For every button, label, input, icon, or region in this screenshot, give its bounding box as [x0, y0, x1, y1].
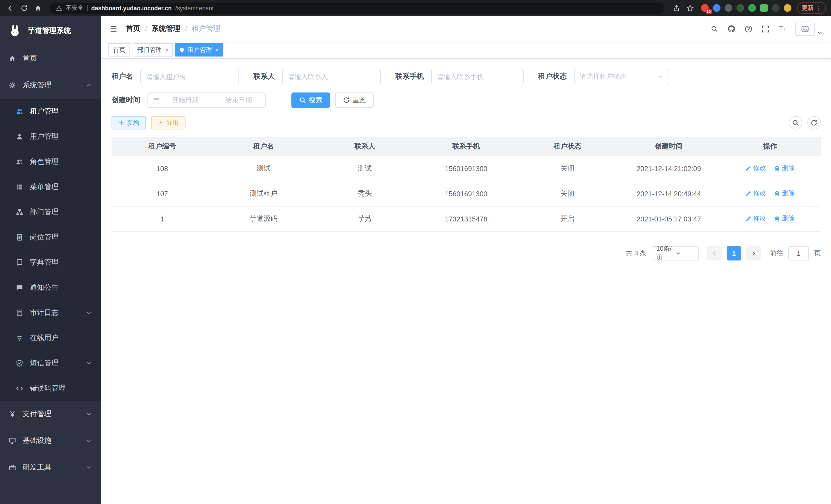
filter-row-1: 租户名 联系人 联系手机 租户状态 请选择租户状态 — [112, 69, 821, 84]
sidebar-item-dict[interactable]: 字典管理 — [0, 250, 101, 275]
sidebar-item-menu[interactable]: 菜单管理 — [0, 174, 101, 199]
share-icon[interactable] — [671, 3, 682, 13]
sidebar-item-pay[interactable]: 支付管理 — [0, 401, 101, 427]
address-divider — [87, 5, 88, 11]
update-label: 更新 — [802, 4, 813, 12]
edit-button[interactable]: 修改 — [745, 189, 766, 198]
tenant-name-input[interactable] — [140, 69, 239, 84]
sidebar-item-error-code[interactable]: 错误码管理 — [0, 376, 101, 401]
breadcrumb-item[interactable]: 首页 — [126, 24, 140, 33]
home-icon — [8, 55, 17, 62]
sidebar-item-dev-tool[interactable]: 研发工具 — [0, 454, 101, 481]
refresh-icon[interactable] — [19, 3, 29, 13]
sidebar-item-tenant[interactable]: 租户管理 — [0, 99, 101, 124]
github-icon[interactable] — [727, 25, 736, 33]
page-number-button[interactable]: 1 — [727, 246, 741, 261]
reset-button[interactable]: 重置 — [335, 92, 374, 108]
cell-id: 108 — [112, 156, 213, 181]
page-size-select[interactable]: 10条/页 — [652, 246, 699, 261]
sidebar-item-online-user[interactable]: 在线用户 — [0, 325, 101, 350]
home-icon[interactable] — [33, 3, 43, 13]
sidebar-item-notice[interactable]: 通知公告 — [0, 275, 101, 300]
sidebar-item-user[interactable]: 用户管理 — [0, 124, 101, 149]
search-icon[interactable] — [711, 25, 718, 32]
extension-puzzle-icon[interactable] — [772, 4, 780, 12]
export-button[interactable]: 导出 — [151, 116, 185, 129]
sidebar-item-label: 用户管理 — [30, 132, 93, 141]
close-icon[interactable]: × — [215, 47, 219, 53]
chevron-down-icon — [86, 465, 93, 471]
extension-colorful-icon[interactable]: 10 — [701, 4, 709, 12]
sidebar-toggle-icon[interactable] — [110, 25, 118, 33]
back-icon[interactable] — [5, 3, 16, 13]
table-toolbar: 新增 导出 — [112, 116, 821, 129]
sidebar-item-sms[interactable]: 短信管理 — [0, 350, 101, 376]
edit-button[interactable]: 修改 — [745, 164, 766, 173]
extension-blue-icon[interactable] — [713, 4, 720, 12]
logo-avatar — [7, 23, 23, 38]
breadcrumb-item[interactable]: 系统管理 — [152, 24, 180, 33]
address-bar[interactable]: 不安全 dashboard.yudao.iocoder.cn/system/te… — [50, 2, 664, 13]
edit-button[interactable]: 修改 — [745, 214, 766, 223]
add-button[interactable]: 新增 — [112, 116, 146, 129]
prev-page-button[interactable] — [707, 246, 721, 261]
delete-button[interactable]: 删除 — [774, 214, 795, 223]
tab-label: 租户管理 — [187, 46, 212, 54]
delete-label: 删除 — [782, 189, 795, 198]
extension-dark-ring-icon[interactable] — [725, 4, 732, 12]
sidebar-item-role[interactable]: 角色管理 — [0, 149, 101, 174]
column-header: 租户编号 — [112, 137, 213, 156]
reset-label: 重置 — [352, 95, 366, 105]
extension-dark-green-icon[interactable] — [737, 4, 744, 12]
phone-input[interactable] — [431, 69, 524, 84]
help-icon[interactable] — [745, 25, 752, 33]
refresh-table-button[interactable] — [807, 116, 821, 129]
tenant-status-select[interactable]: 请选择租户状态 — [574, 69, 669, 84]
create-time-range-picker[interactable]: 开始日期 - 结束日期 — [147, 92, 266, 108]
close-icon[interactable]: × — [165, 47, 168, 53]
tab-租户管理[interactable]: 租户管理× — [175, 43, 223, 57]
browser-menu-icon[interactable] — [815, 5, 821, 11]
logo[interactable]: 芋道管理系统 — [0, 16, 101, 45]
sidebar-item-label: 部门管理 — [30, 207, 93, 216]
page-size-label: 10条/页 — [656, 244, 675, 262]
extensions-area: 10 — [701, 4, 792, 12]
delete-button[interactable]: 删除 — [774, 189, 795, 198]
create-time-label: 创建时间 — [112, 95, 140, 105]
filter-row-2: 创建时间 开始日期 - 结束日期 搜索 重置 — [112, 92, 821, 108]
next-page-button[interactable] — [746, 246, 761, 261]
extension-green-check-icon[interactable] — [748, 4, 756, 12]
cell-status: 开启 — [517, 206, 618, 232]
sidebar-item-audit-log[interactable]: 审计日志 — [0, 300, 101, 325]
delete-button[interactable]: 删除 — [774, 164, 795, 173]
sidebar-item-home[interactable]: 首页 — [0, 45, 101, 72]
sidebar-item-dept[interactable]: 部门管理 — [0, 199, 101, 225]
delete-icon — [774, 166, 780, 172]
navbar-icons: TT — [711, 25, 787, 33]
goto-label: 前往 — [770, 249, 783, 258]
breadcrumb-item: 租户管理 — [192, 24, 221, 33]
screen: 不安全 dashboard.yudao.iocoder.cn/system/te… — [0, 0, 831, 504]
sidebar-item-system[interactable]: 系统管理 — [0, 72, 101, 99]
edit-label: 修改 — [753, 189, 766, 198]
goto-page-input[interactable] — [789, 246, 809, 261]
cell-actions: 修改删除 — [719, 206, 821, 232]
user-avatar[interactable] — [795, 22, 823, 36]
profile-avatar-icon[interactable] — [784, 4, 792, 12]
tab-首页[interactable]: 首页 — [109, 43, 130, 57]
fullscreen-icon[interactable] — [762, 25, 769, 33]
sidebar-item-post[interactable]: 岗位管理 — [0, 225, 101, 250]
extension-green-chat-icon[interactable] — [760, 4, 768, 12]
toggle-search-button[interactable] — [789, 116, 802, 129]
url-host: dashboard.yudao.iocoder.cn — [91, 5, 172, 11]
sidebar-item-label: 错误码管理 — [30, 384, 93, 393]
cell-id: 1 — [112, 206, 213, 232]
font-size-icon[interactable]: TT — [779, 25, 787, 33]
sidebar-item-infra[interactable]: 基础设施 — [0, 427, 101, 454]
update-button[interactable]: 更新 — [797, 2, 826, 14]
security-label: 不安全 — [66, 4, 84, 12]
tab-部门管理[interactable]: 部门管理× — [133, 43, 173, 57]
bookmark-star-icon[interactable] — [685, 3, 695, 13]
search-button[interactable]: 搜索 — [291, 92, 330, 108]
contact-input[interactable] — [282, 69, 381, 84]
